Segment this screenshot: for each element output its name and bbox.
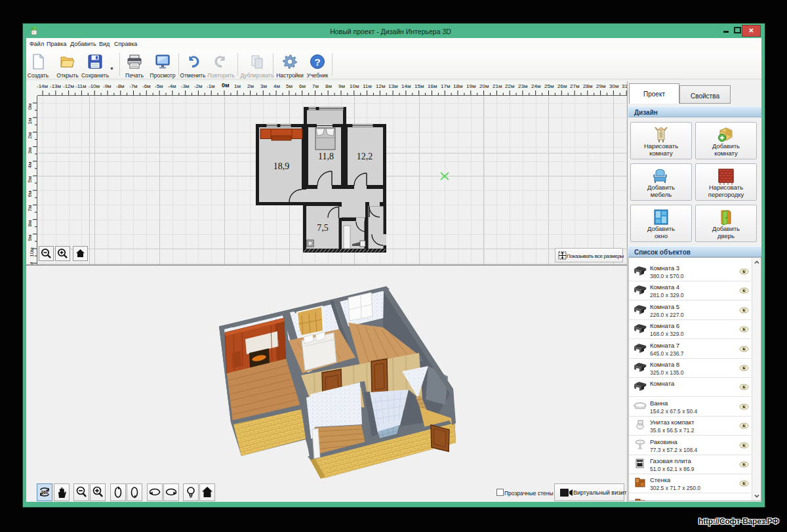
svg-text:12,2: 12,2: [357, 152, 373, 161]
svg-text:7,5: 7,5: [317, 223, 329, 233]
svg-text:360: 360: [41, 490, 49, 495]
svg-text:18,9: 18,9: [273, 161, 290, 171]
svg-text:11,8: 11,8: [318, 152, 334, 161]
svg-text:?: ?: [314, 56, 320, 68]
